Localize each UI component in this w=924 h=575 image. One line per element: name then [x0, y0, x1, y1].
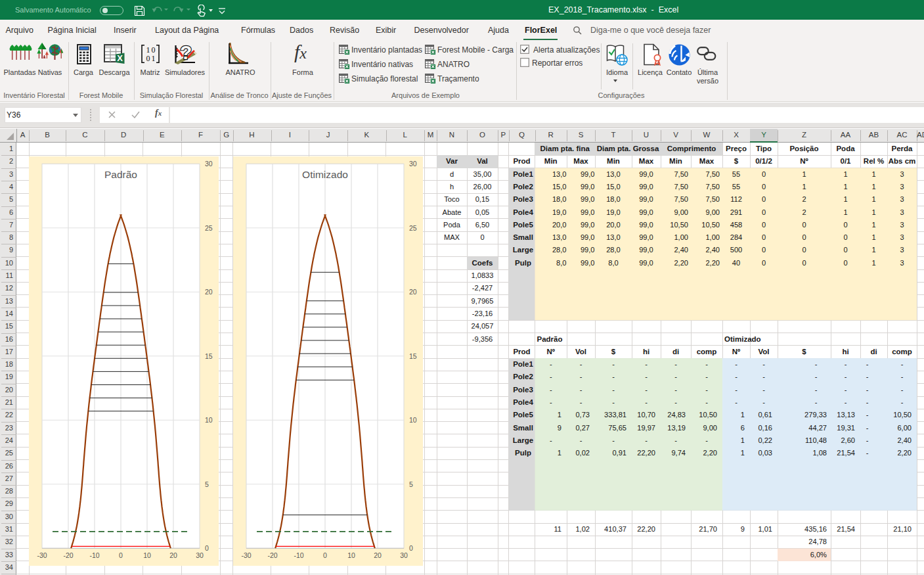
svg-text:30: 30	[196, 551, 204, 559]
svg-text:-10: -10	[89, 551, 99, 559]
svg-text:15: 15	[409, 352, 417, 359]
svg-text:0: 0	[119, 551, 123, 559]
svg-text:0: 0	[409, 544, 413, 552]
svg-text:20: 20	[409, 288, 417, 296]
svg-text:-30: -30	[37, 551, 47, 559]
svg-text:30: 30	[409, 160, 417, 168]
svg-text:5: 5	[205, 480, 209, 488]
svg-text:0: 0	[205, 544, 209, 552]
svg-text:25: 25	[409, 223, 417, 231]
svg-text:-20: -20	[267, 551, 277, 559]
svg-text:10: 10	[205, 416, 213, 424]
svg-text:20: 20	[374, 551, 382, 559]
svg-text:15: 15	[205, 352, 213, 360]
svg-text:-30: -30	[241, 551, 251, 559]
svg-text:5: 5	[409, 480, 413, 488]
svg-text:10: 10	[347, 551, 355, 559]
svg-text:10: 10	[409, 416, 417, 424]
svg-text:Padrão: Padrão	[104, 169, 137, 180]
svg-text:20: 20	[169, 551, 177, 559]
svg-text:30: 30	[400, 551, 408, 559]
svg-text:0: 0	[323, 551, 327, 559]
svg-text:Otimizado: Otimizado	[302, 169, 348, 180]
svg-text:30: 30	[205, 160, 213, 168]
svg-text:25: 25	[205, 224, 213, 232]
svg-text:20: 20	[205, 288, 213, 296]
svg-text:10: 10	[143, 551, 151, 559]
svg-text:-20: -20	[63, 551, 73, 559]
svg-text:-10: -10	[294, 551, 303, 559]
